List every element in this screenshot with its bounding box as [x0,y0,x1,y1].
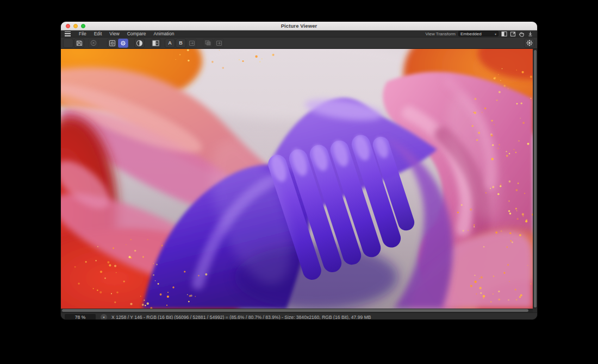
filter-gear-button[interactable] [118,39,128,48]
statusbar: 78 % ▾ X 1258 / Y 146 - RGB (16 Bit) (56… [61,312,537,319]
menu-compare[interactable]: Compare [123,30,150,37]
contrast-button[interactable] [134,39,145,48]
export-button [214,39,224,48]
open-folder-button[interactable] [63,39,73,48]
copy-channels-button [203,39,213,48]
dock-icon[interactable] [527,31,533,37]
menu-animation[interactable]: Animation [150,30,178,37]
pixel-info-text: X 1258 / Y 146 - RGB (16 Bit) (56096 / 5… [111,315,371,320]
zoom-dropdown-icon: ▾ [103,315,104,319]
titlebar[interactable]: Picture Viewer [61,22,537,30]
horizontal-scrollbar-thumb[interactable] [62,309,528,312]
pan-hand-icon[interactable] [519,31,525,37]
menubar: File Edit View Compare Animation View Tr… [61,30,537,37]
hamburger-icon[interactable] [65,32,71,36]
version-b-button[interactable]: B [176,39,186,48]
close-image-button [88,39,98,48]
settings-gear-button[interactable] [107,39,117,48]
vertical-scrollbar-thumb[interactable] [534,50,537,307]
version-a-button[interactable]: A [165,39,175,48]
image-canvas[interactable] [61,49,533,309]
split-view-icon[interactable] [501,31,507,37]
swap-ab-button [186,39,197,48]
menu-file[interactable]: File [75,30,90,37]
toolbar: A B [61,37,537,49]
window-title: Picture Viewer [61,23,537,29]
b-label: B [179,40,183,46]
view-transform-value: Embedded [460,32,482,36]
vertical-scrollbar[interactable] [533,49,537,309]
rendered-image [61,49,533,309]
zoom-input[interactable]: 78 % [65,314,96,320]
menu-view[interactable]: View [105,30,123,37]
save-button[interactable] [74,39,84,48]
chevron-down-icon: ▾ [495,32,496,36]
view-transform-label: View Transform [426,32,456,36]
zoom-dropdown-button[interactable]: ▾ [101,314,107,320]
popout-icon[interactable] [510,31,516,37]
view-transform-select[interactable]: Embedded ▾ [458,31,499,36]
menu-edit[interactable]: Edit [90,30,106,37]
render-settings-button[interactable] [524,39,534,48]
picture-viewer-window: Picture Viewer File Edit View Compare An… [61,22,537,319]
horizontal-scrollbar[interactable] [61,309,533,312]
a-label: A [168,40,172,46]
compare-ab-button[interactable] [151,39,161,48]
scrollbar-corner [533,309,537,312]
